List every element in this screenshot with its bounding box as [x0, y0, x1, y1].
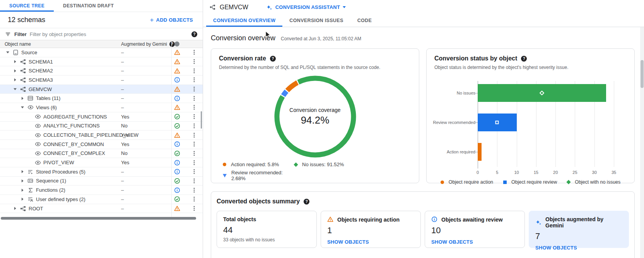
filter-help-icon[interactable]: ? — [191, 31, 197, 37]
status-column-icon — [174, 41, 179, 46]
show-objects-link[interactable]: SHOW OBJECTS — [535, 245, 622, 251]
kebab-menu-icon[interactable] — [191, 49, 197, 55]
kebab-menu-icon[interactable] — [191, 77, 197, 83]
chevron-right-icon[interactable] — [12, 58, 18, 65]
chevron-right-icon[interactable] — [19, 196, 26, 202]
kebab-menu-icon[interactable] — [191, 104, 197, 110]
summary-card-objects-augmented-by-gemini: Objects augmented by Gemini7SHOW OBJECTS — [529, 211, 629, 248]
kebab-menu-icon[interactable] — [191, 58, 197, 65]
indent-spacer — [27, 141, 33, 147]
chevron-down-icon[interactable] — [19, 104, 26, 110]
kebab-menu-icon[interactable] — [191, 114, 197, 120]
gemini-column-help-icon[interactable]: ? — [169, 41, 175, 47]
workspace-tabs: CONVERSION OVERVIEW CONVERSION ISSUES CO… — [203, 14, 644, 27]
tree-row[interactable]: SCHEMA1– — [0, 57, 203, 67]
tree-vertical-scrollbar[interactable] — [201, 111, 202, 129]
diamond-marker-icon — [294, 162, 298, 167]
chevron-down-icon[interactable] — [12, 86, 18, 92]
tab-destination-draft[interactable]: DESTINATION DRAFT — [54, 0, 123, 12]
kebab-menu-icon[interactable] — [191, 169, 197, 175]
tab-conversion-issues[interactable]: CONVERSION ISSUES — [282, 14, 350, 27]
tree-row[interactable]: Tables (11)– — [0, 94, 203, 103]
kebab-menu-icon[interactable] — [191, 95, 197, 101]
conversion-assistant-label: CONVERSION ASSISTANT — [275, 4, 340, 10]
filter-input[interactable] — [30, 31, 188, 37]
conversion-rate-donut-chart: Conversion coverage 94.2% — [273, 74, 358, 159]
kebab-menu-icon[interactable] — [191, 150, 197, 157]
tree-row[interactable]: COLLECTION_TABLE_PIPELINED_VIEWYes — [0, 131, 203, 140]
tree-row[interactable]: Functions (2)– — [0, 186, 203, 195]
x-axis-tick-label: 0 — [477, 170, 479, 175]
kebab-menu-icon[interactable] — [191, 160, 197, 166]
summary-card-value: 1 — [327, 225, 414, 236]
kebab-menu-icon[interactable] — [191, 196, 197, 202]
tree-row[interactable]: Sequence (1)– — [0, 177, 203, 186]
tree-row[interactable]: ANALYTIC_FUNCTIONSNo — [0, 122, 203, 131]
kebab-menu-icon[interactable] — [191, 187, 197, 193]
main-scrollbar-track[interactable] — [640, 27, 644, 258]
summary-card-title: Total objects — [223, 216, 256, 222]
kebab-menu-icon[interactable] — [191, 205, 197, 212]
donut-legend: Action required: 5.8%No issues: 91.52%Re… — [223, 162, 411, 181]
gemini-augmented-value: – — [121, 187, 124, 193]
chevron-right-icon[interactable] — [12, 77, 18, 83]
chevron-right-icon[interactable] — [12, 68, 18, 74]
kebab-menu-icon[interactable] — [191, 68, 197, 74]
main-scrollbar-thumb[interactable] — [641, 60, 644, 88]
sigma-icon — [27, 187, 34, 193]
kebab-menu-icon[interactable] — [191, 86, 197, 92]
tree-row[interactable]: AGGREGATE_FUNCTIONSYes — [0, 112, 203, 122]
tree-row[interactable]: SCHEMA3– — [0, 76, 203, 85]
kebab-menu-icon[interactable] — [191, 141, 197, 147]
tree-row[interactable]: CONNECT_BY_COMPLEXNo — [0, 149, 203, 158]
kebab-menu-icon[interactable] — [191, 132, 197, 138]
chevron-right-icon[interactable] — [19, 178, 26, 184]
horizontal-scrollbar[interactable] — [0, 217, 199, 220]
add-objects-button[interactable]: + ADD OBJECTS — [150, 17, 193, 23]
conversion-status-help-icon[interactable]: ? — [521, 56, 527, 62]
category-label: Action required — [433, 150, 475, 154]
info-icon — [174, 141, 180, 147]
tree-row[interactable]: ROOT– — [0, 204, 203, 213]
indent-spacer — [27, 114, 33, 120]
column-object-name: Object name — [0, 41, 31, 47]
tab-conversion-overview[interactable]: CONVERSION OVERVIEW — [206, 14, 282, 27]
tree-row[interactable]: GEMVCW– — [0, 85, 203, 94]
circle-marker-icon — [223, 163, 226, 166]
summary-help-icon[interactable]: ? — [304, 199, 309, 205]
kebab-menu-icon[interactable] — [191, 178, 197, 184]
conversion-status-card: Conversion status by object ? Object sta… — [426, 48, 635, 183]
chevron-right-icon[interactable] — [19, 169, 26, 175]
tree-row[interactable]: Views (6)– — [0, 103, 203, 112]
tree-row[interactable]: CONNECT_BY_COMMONYes — [0, 140, 203, 149]
info-icon — [174, 169, 180, 175]
check-icon — [174, 114, 180, 120]
category-label: Review recommended — [433, 120, 475, 125]
x-axis-tick-label: 15 — [534, 170, 538, 175]
chevron-right-icon[interactable] — [19, 187, 26, 193]
tab-source-tree[interactable]: SOURCE TREE — [0, 0, 54, 12]
indent-spacer — [27, 160, 33, 166]
tree-row[interactable]: Source– — [0, 48, 203, 57]
conversion-assistant-button[interactable]: CONVERSION ASSISTANT — [266, 4, 346, 10]
chevron-down-icon[interactable] — [5, 49, 11, 55]
tree-row[interactable]: PIVOT_VIEWYes — [0, 158, 203, 167]
tab-code[interactable]: CODE — [350, 14, 379, 27]
object-name: User defined types (2) — [36, 196, 85, 202]
show-objects-link[interactable]: SHOW OBJECTS — [327, 239, 414, 245]
triangle-down-marker-icon — [223, 174, 227, 177]
schema-icon — [20, 77, 26, 83]
tree-row[interactable]: User defined types (2)– — [0, 195, 203, 204]
gemini-augmented-value: – — [121, 59, 124, 65]
tree-row[interactable]: Stored Procedures (5)– — [0, 167, 203, 177]
object-name: AGGREGATE_FUNCTIONS — [43, 114, 107, 120]
show-objects-link[interactable]: SHOW OBJECTS — [431, 239, 518, 245]
summary-card-total-objects: Total objects4433 objects with no issues — [217, 211, 317, 248]
chevron-right-icon[interactable] — [19, 95, 26, 101]
chevron-right-icon[interactable] — [12, 205, 18, 212]
conversion-rate-help-icon[interactable]: ? — [270, 56, 276, 62]
tree-row[interactable]: SCHEMA2– — [0, 66, 203, 76]
legend-item: Object require action — [441, 179, 493, 185]
kebab-menu-icon[interactable] — [191, 123, 197, 129]
gemini-augmented-value: Yes — [121, 160, 129, 165]
